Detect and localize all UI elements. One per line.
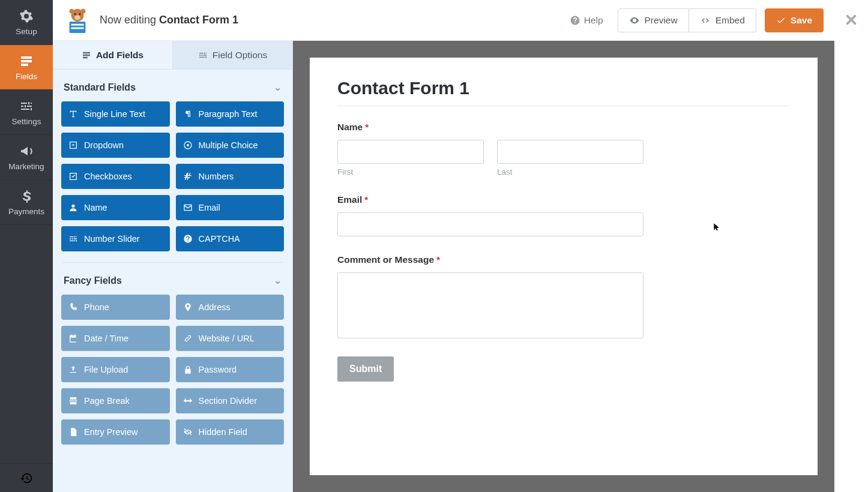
help-icon [570, 15, 580, 26]
field-type-section-divider[interactable]: Section Divider [176, 388, 285, 413]
name-label: Name* [337, 122, 790, 133]
user-icon [68, 203, 78, 212]
paragraph-icon [183, 109, 193, 119]
embed-button[interactable]: Embed [689, 8, 756, 32]
form-canvas-wrap: Contact Form 1 Name* First Last [293, 41, 834, 492]
field-type-number-slider[interactable]: Number Slider [61, 226, 170, 251]
required-asterisk: * [364, 194, 368, 205]
form-canvas: Contact Form 1 Name* First Last [310, 58, 818, 475]
svg-point-5 [74, 13, 76, 14]
svg-point-7 [74, 15, 80, 20]
field-type-label: Page Break [84, 396, 130, 406]
email-input[interactable] [337, 212, 643, 236]
app-logo [64, 7, 91, 34]
sliders-icon [68, 234, 78, 244]
history-icon [20, 472, 33, 485]
text-icon [68, 109, 78, 119]
close-builder[interactable] [834, 0, 868, 492]
required-asterisk: * [436, 254, 440, 265]
nav-marketing[interactable]: Marketing [0, 135, 53, 180]
nav-history[interactable] [0, 463, 53, 492]
svg-point-4 [81, 8, 86, 13]
message-label: Comment or Message* [337, 254, 790, 265]
check-icon [68, 172, 78, 181]
field-type-date-time[interactable]: Date / Time [61, 326, 170, 351]
tab-field-options[interactable]: Field Options [173, 41, 292, 69]
fancy-fields-header[interactable]: Fancy Fields ⌄ [61, 263, 284, 291]
field-type-label: File Upload [84, 365, 128, 374]
fields-panel: Add Fields Field Options Standard Fields… [53, 41, 293, 492]
eye-icon [629, 15, 640, 26]
field-type-captcha[interactable]: CAPTCHA [176, 226, 285, 251]
field-type-phone[interactable]: Phone [61, 295, 170, 320]
save-label: Save [791, 15, 812, 26]
field-type-numbers[interactable]: Numbers [176, 164, 285, 189]
last-name-input[interactable] [497, 140, 643, 164]
field-type-file-upload[interactable]: File Upload [61, 357, 170, 382]
tab-field-options-label: Field Options [212, 50, 267, 61]
standard-fields-label: Standard Fields [64, 82, 136, 93]
topbar: Now editing Contact Form 1 Help Preview … [53, 0, 834, 41]
field-type-label: Name [84, 203, 107, 212]
field-type-multiple-choice[interactable]: Multiple Choice [176, 133, 285, 158]
field-type-label: Date / Time [84, 334, 128, 343]
fancy-fields-label: Fancy Fields [64, 275, 122, 286]
nav-settings-label: Settings [12, 117, 41, 126]
field-email[interactable]: Email* [337, 194, 790, 236]
save-button[interactable]: Save [765, 8, 824, 32]
field-message[interactable]: Comment or Message* [337, 254, 790, 338]
close-icon [845, 13, 858, 26]
field-type-address[interactable]: Address [176, 295, 285, 320]
nav-payments-label: Payments [8, 207, 44, 216]
submit-button[interactable]: Submit [337, 356, 394, 382]
pagebreak-icon [68, 396, 78, 406]
embed-label: Embed [716, 15, 745, 26]
hash-icon [183, 172, 193, 181]
nav-setup-label: Setup [16, 27, 37, 36]
first-name-input[interactable] [337, 140, 484, 164]
message-textarea[interactable] [337, 272, 643, 338]
preview-button[interactable]: Preview [618, 8, 689, 32]
field-type-label: Phone [84, 302, 109, 312]
field-type-page-break[interactable]: Page Break [61, 388, 170, 413]
standard-fields-header[interactable]: Standard Fields ⌄ [61, 70, 284, 98]
submit-label: Submit [349, 364, 382, 374]
email-label-text: Email [337, 194, 362, 205]
nav-setup[interactable]: Setup [0, 0, 53, 45]
editing-prefix: Now editing [100, 14, 159, 26]
nav-marketing-label: Marketing [8, 162, 44, 171]
message-label-text: Comment or Message [337, 254, 434, 265]
lock-icon [183, 365, 193, 374]
field-type-hidden-field[interactable]: Hidden Field [176, 419, 285, 445]
dollar-icon [19, 189, 34, 203]
eye-off-icon [183, 427, 193, 437]
field-type-label: Paragraph Text [199, 109, 258, 119]
calendar-icon [68, 334, 78, 343]
field-type-single-line-text[interactable]: Single Line Text [61, 101, 170, 127]
field-type-checkboxes[interactable]: Checkboxes [61, 164, 170, 189]
nav-payments[interactable]: Payments [0, 180, 53, 225]
email-label: Email* [337, 194, 790, 205]
tab-add-fields[interactable]: Add Fields [53, 41, 173, 69]
gear-icon [19, 9, 34, 23]
field-type-email[interactable]: Email [176, 195, 285, 220]
field-type-name[interactable]: Name [61, 195, 170, 220]
question-icon [183, 234, 193, 244]
first-sublabel: First [337, 167, 484, 176]
nav-fields[interactable]: Fields [0, 45, 53, 90]
field-type-dropdown[interactable]: Dropdown [61, 133, 170, 158]
help-link[interactable]: Help [570, 15, 603, 26]
caret-down-icon [68, 140, 78, 150]
field-type-password[interactable]: Password [176, 357, 285, 382]
field-type-label: Number Slider [84, 234, 140, 244]
field-type-entry-preview[interactable]: Entry Preview [61, 419, 170, 445]
field-type-website-url[interactable]: Website / URL [176, 326, 285, 351]
field-type-label: Checkboxes [84, 172, 132, 181]
field-type-paragraph-text[interactable]: Paragraph Text [176, 101, 285, 127]
field-name[interactable]: Name* First Last [337, 122, 790, 176]
nav-settings[interactable]: Settings [0, 90, 53, 135]
field-type-label: Numbers [199, 172, 234, 181]
nav-rail: Setup Fields Settings Marketing Payments [0, 0, 53, 492]
mail-icon [183, 203, 193, 212]
bullhorn-icon [19, 144, 34, 158]
